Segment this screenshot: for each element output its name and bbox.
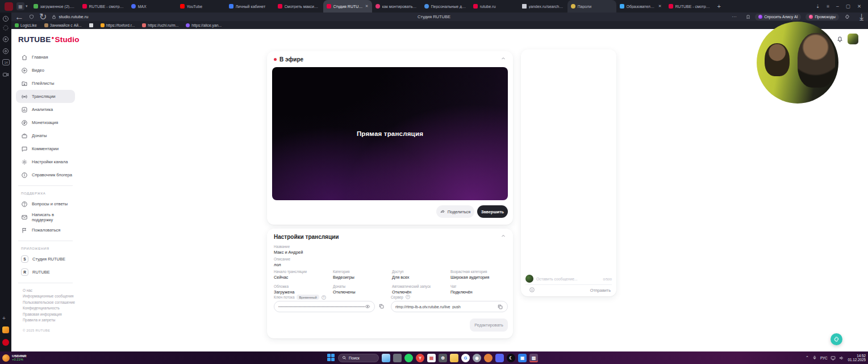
rutube-studio-logo[interactable]: RUTUBE●Studio <box>18 35 80 44</box>
tray-expand-icon[interactable]: ⌃ <box>806 355 809 360</box>
start-button[interactable] <box>327 354 335 362</box>
extensions-icon[interactable] <box>845 14 850 19</box>
market-widget[interactable]: USD/INR +0.21% <box>2 354 26 362</box>
notifications-bell-icon[interactable] <box>836 35 844 43</box>
pinned-site-icon[interactable] <box>2 326 9 333</box>
task-view-icon[interactable] <box>382 354 390 362</box>
browser-tab[interactable]: Образовательный по...✕ <box>616 0 665 13</box>
bookmark-item[interactable]: https://uchi.ru/m... <box>142 23 178 27</box>
shield-icon[interactable] <box>29 14 34 19</box>
stream-key-input[interactable]: ••••••••••••••••••••••••••••••••••••••••… <box>274 301 375 312</box>
widget-button[interactable] <box>831 333 842 345</box>
close-tab-icon[interactable]: ✕ <box>658 4 662 9</box>
app-icon-orange[interactable] <box>484 354 493 362</box>
add-panel-icon[interactable]: + <box>2 315 6 321</box>
browser-tab[interactable]: Личный кабинет <box>226 0 274 13</box>
sidebar-item-monetization[interactable]: Монетизация <box>16 116 75 129</box>
sidebar-item-blogger-guide[interactable]: Справочник блогера <box>16 168 75 181</box>
copy-key-icon[interactable] <box>378 303 385 309</box>
sidebar-item-comments[interactable]: Комментарии <box>16 142 75 155</box>
chat-message-input[interactable]: Оставить сообщение... <box>536 277 600 281</box>
settings-gear-icon[interactable]: ⚙ <box>439 354 447 362</box>
downloads-icon[interactable]: ⤓ <box>859 12 863 22</box>
profile-avatar[interactable] <box>848 34 858 44</box>
history-icon[interactable] <box>2 15 9 22</box>
browser-tab[interactable]: YouTube <box>177 0 226 13</box>
send-button[interactable]: Отправить <box>590 288 611 293</box>
browser-tab[interactable]: Пароли <box>567 0 616 13</box>
promo-button[interactable]: Промокоды <box>806 14 838 20</box>
sidebar-item-playlists[interactable]: Плейлисты <box>16 77 75 90</box>
pinned-site-icon[interactable] <box>2 339 9 346</box>
address-url[interactable]: studio.rutube.ru <box>59 14 88 19</box>
footer-link[interactable]: Правовая информация <box>23 312 75 317</box>
browser-tab-active[interactable]: Студия RUTUBE✕ <box>323 0 372 13</box>
discord-icon[interactable] <box>495 354 504 362</box>
bookmark-item[interactable]: https://foxford.r... <box>101 23 135 27</box>
camera-icon[interactable] <box>2 71 9 78</box>
bookmark-item[interactable]: Занимайся с Ай... <box>44 23 82 27</box>
volume-icon[interactable] <box>839 355 844 361</box>
whatsapp-icon[interactable] <box>404 354 413 362</box>
eye-icon[interactable] <box>365 304 370 309</box>
chevron-down-icon[interactable]: ▾ <box>26 4 28 9</box>
browser-tab[interactable]: RUTUBE - смотреть вид... <box>665 0 714 13</box>
sidebar-item-report[interactable]: Пожаловаться <box>16 224 75 237</box>
tab-group-icon[interactable]: ▦ <box>16 2 24 10</box>
services-icon[interactable] <box>2 36 9 43</box>
bookmark-item[interactable]: https://alice.yan... <box>186 23 222 27</box>
messenger-icon[interactable]: 14 <box>2 59 10 65</box>
footer-link[interactable]: Правила и запреты <box>23 317 75 323</box>
yandex-browser-icon[interactable]: Y <box>416 354 424 362</box>
sidebar-item-faq[interactable]: Вопросы и ответы <box>16 197 75 210</box>
download-tray-icon[interactable]: ⇣ <box>816 3 820 9</box>
footer-link[interactable]: О нас <box>23 288 75 293</box>
taskbar-clock[interactable]: 14:52 01.12.2025 <box>848 354 866 362</box>
bookmark-item[interactable]: LogicLike <box>15 23 37 27</box>
browser-tab[interactable]: rutube.ru <box>470 0 519 13</box>
footer-link[interactable]: Пользовательское соглашение <box>23 300 75 305</box>
live-player[interactable]: Прямая трансляция <box>272 67 508 200</box>
browser-tab[interactable]: Смотреть максим на RU... <box>274 0 323 13</box>
footer-link[interactable]: Информационные сообщения <box>23 293 75 299</box>
back-icon[interactable]: ← <box>15 12 24 22</box>
server-input[interactable]: rtmp://rtmp-lb-a.otv.rutube.ru/live_push <box>391 301 508 312</box>
sidebar-item-write-support[interactable]: Написать в поддержку <box>16 210 75 224</box>
calendar-icon[interactable]: ▤ <box>427 354 436 362</box>
browser-tab[interactable]: RUTUBE - смотреть вид... <box>79 0 128 13</box>
alice-icon[interactable] <box>2 48 9 55</box>
chrome-icon[interactable]: G <box>461 354 470 362</box>
sidebar-item-home[interactable]: Главная <box>16 51 75 64</box>
sidebar-item-donations[interactable]: Донаты <box>16 129 75 142</box>
copy-server-icon[interactable] <box>497 304 503 310</box>
finish-button[interactable]: Завершить <box>477 205 508 218</box>
browser-tab[interactable]: загруженное (2).png <box>30 0 79 13</box>
browser-menu-icon[interactable]: ≡ <box>827 3 829 9</box>
microphone-icon[interactable] <box>812 355 817 360</box>
help-icon[interactable]: ? <box>322 295 326 300</box>
night-mode-icon[interactable]: ☾ <box>507 354 515 362</box>
emoji-icon[interactable] <box>529 287 535 293</box>
sidebar-item-videos[interactable]: Видео <box>16 64 75 77</box>
browser-tab[interactable]: как монтировать фото в... <box>372 0 421 13</box>
collapse-chevron-icon[interactable] <box>500 56 506 61</box>
sidebar-item-analytics[interactable]: Аналитика <box>16 103 75 116</box>
maximize-button[interactable]: ▢ <box>846 3 850 9</box>
photos-app-icon[interactable]: ▣ <box>518 354 527 362</box>
panel-settings-icon[interactable] <box>2 24 9 31</box>
collapse-chevron-icon[interactable] <box>500 233 506 239</box>
more-icon[interactable]: ⋯ <box>732 14 736 19</box>
sidebar-item-app-rutube[interactable]: R RUTUBE <box>16 266 75 279</box>
browser-tab[interactable]: MAX <box>128 0 177 13</box>
share-button[interactable]: Поделиться <box>436 205 474 218</box>
file-explorer-icon[interactable] <box>450 354 458 362</box>
browser-tab[interactable]: Персональные данные -... <box>421 0 470 13</box>
new-tab-button[interactable]: + <box>717 3 721 10</box>
edit-button[interactable]: Редактировать <box>470 318 508 332</box>
bookmark-item[interactable] <box>89 23 93 27</box>
sidebar-item-channel-settings[interactable]: Настройки канала <box>16 155 75 168</box>
taskbar-search[interactable]: Поиск <box>338 354 379 362</box>
camera-app-icon[interactable]: ◉ <box>473 354 481 362</box>
sidebar-item-app-studio[interactable]: S Студия RUTUBE <box>16 253 75 266</box>
browser-tab[interactable]: yandex.ru/search/?text=... <box>519 0 567 13</box>
